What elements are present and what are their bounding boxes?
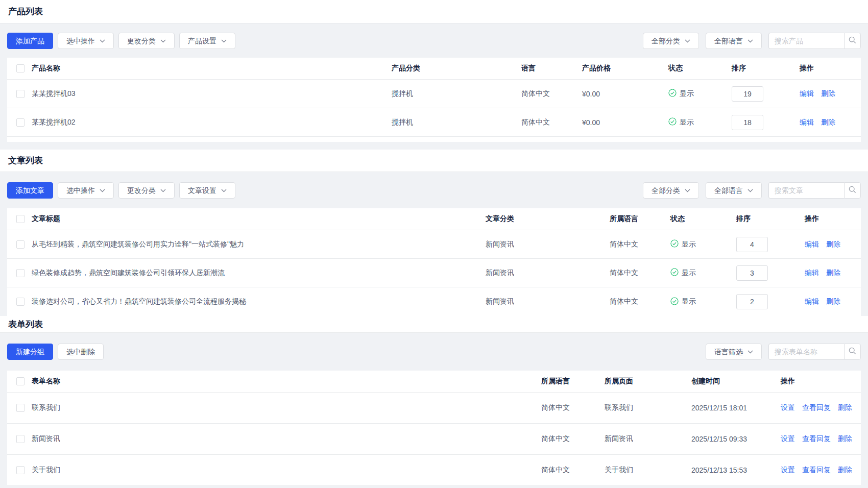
- check-circle-icon: [670, 239, 679, 249]
- row-checkbox[interactable]: [16, 118, 25, 127]
- chevron-down-icon: [160, 189, 166, 192]
- row-checkbox[interactable]: [16, 90, 25, 98]
- header-product-category: 产品分类: [392, 64, 521, 73]
- row-checkbox[interactable]: [16, 269, 25, 277]
- edit-link[interactable]: 编辑: [800, 118, 814, 126]
- new-group-button[interactable]: 新建分组: [7, 344, 53, 360]
- product-search-button[interactable]: [844, 33, 861, 49]
- select-all-checkbox[interactable]: [16, 215, 25, 223]
- form-name: 关于我们: [32, 466, 541, 475]
- product-filter-language-dropdown[interactable]: 全部语言: [706, 33, 762, 49]
- settings-link[interactable]: 设置: [781, 434, 795, 443]
- delete-link[interactable]: 删除: [821, 89, 835, 97]
- row-checkbox[interactable]: [16, 298, 25, 306]
- row-cell-checkbox: [7, 435, 32, 443]
- products-toolbar-left: 添加产品 选中操作 更改分类 产品设置: [7, 33, 235, 49]
- settings-link[interactable]: 设置: [781, 466, 795, 474]
- header-language: 语言: [521, 64, 582, 73]
- row-checkbox[interactable]: [16, 466, 25, 474]
- products-page-title: 产品列表: [8, 6, 43, 17]
- article-status: 显示: [670, 297, 736, 307]
- article-filter-language-dropdown[interactable]: 全部语言: [706, 182, 762, 199]
- form-page: 关于我们: [605, 466, 691, 475]
- article-search-input[interactable]: [768, 182, 844, 199]
- delete-link[interactable]: 删除: [826, 297, 840, 305]
- article-category: 新闻资讯: [486, 240, 610, 249]
- row-cell-checkbox: [7, 90, 32, 98]
- product-language: 简体中文: [521, 118, 582, 127]
- forms-table-header: 表单名称 所属语言 所属页面 创建时间 操作: [7, 371, 861, 393]
- status-badge: 显示: [680, 118, 694, 127]
- header-article-title: 文章标题: [32, 214, 486, 224]
- chevron-down-icon: [685, 189, 690, 192]
- article-change-category-dropdown[interactable]: 更改分类: [118, 182, 175, 199]
- articles-section: 文章列表 添加文章 选中操作 更改分类 文章设置 全部分类 全部语言: [0, 150, 868, 316]
- product-search-input[interactable]: [768, 33, 844, 49]
- row-checkbox[interactable]: [16, 435, 25, 443]
- articles-title-band: 文章列表: [0, 150, 868, 172]
- product-price: ¥0.00: [582, 90, 668, 98]
- article-search-button[interactable]: [844, 182, 861, 199]
- form-actions: 设置 查看回复 删除: [781, 403, 861, 412]
- row-checkbox[interactable]: [16, 404, 25, 412]
- forms-title-band: 表单列表: [0, 316, 868, 333]
- form-search-button[interactable]: [844, 344, 861, 360]
- row-cell-checkbox: [7, 466, 32, 474]
- article-language: 简体中文: [610, 240, 670, 249]
- article-bulk-actions-dropdown[interactable]: 选中操作: [58, 182, 114, 199]
- product-category: 搅拌机: [392, 89, 521, 99]
- form-actions: 设置 查看回复 删除: [781, 434, 861, 444]
- delete-selected-button[interactable]: 选中删除: [58, 344, 104, 360]
- articles-table: 文章标题 文章分类 所属语言 状态 排序 操作 从毛坯到精装，鼎筑空间建筑装修公…: [7, 208, 861, 316]
- article-settings-dropdown[interactable]: 文章设置: [179, 182, 235, 199]
- product-change-category-dropdown[interactable]: 更改分类: [118, 33, 175, 49]
- add-article-button[interactable]: 添加文章: [7, 182, 53, 199]
- sort-order-input[interactable]: [732, 115, 763, 130]
- row-cell-checkbox: [7, 404, 32, 412]
- view-replies-link[interactable]: 查看回复: [802, 403, 831, 411]
- form-search-input[interactable]: [768, 344, 844, 360]
- articles-table-header: 文章标题 文章分类 所属语言 状态 排序 操作: [7, 208, 861, 230]
- article-filter-category-dropdown[interactable]: 全部分类: [643, 182, 699, 199]
- table-row: 联系我们 简体中文 联系我们 2025/12/15 18:01 设置 查看回复 …: [7, 393, 861, 424]
- edit-link[interactable]: 编辑: [805, 269, 819, 277]
- delete-link[interactable]: 删除: [838, 403, 852, 411]
- article-filter-category-label: 全部分类: [652, 187, 680, 194]
- sort-order-input[interactable]: [736, 265, 768, 281]
- check-circle-icon: [670, 268, 679, 278]
- settings-link[interactable]: 设置: [781, 403, 795, 411]
- delete-link[interactable]: 删除: [838, 466, 852, 474]
- sort-order-input[interactable]: [736, 237, 768, 252]
- form-filter-language-dropdown[interactable]: 语言筛选: [706, 344, 762, 360]
- delete-link[interactable]: 删除: [821, 118, 835, 126]
- header-product-name: 产品名称: [32, 64, 392, 73]
- product-bulk-actions-dropdown[interactable]: 选中操作: [58, 33, 114, 49]
- product-filter-category-dropdown[interactable]: 全部分类: [643, 33, 699, 49]
- form-created-time: 2025/12/15 09:33: [691, 435, 781, 443]
- delete-link[interactable]: 删除: [826, 240, 840, 248]
- chevron-down-icon: [100, 189, 105, 192]
- select-all-checkbox[interactable]: [16, 377, 25, 385]
- header-created-time: 创建时间: [691, 377, 781, 386]
- article-title: 绿色装修成趋势，鼎筑空间建筑装修公司引领环保人居新潮流: [32, 269, 486, 278]
- delete-link[interactable]: 删除: [838, 434, 852, 443]
- header-price: 产品价格: [582, 64, 668, 73]
- select-all-checkbox[interactable]: [16, 64, 25, 72]
- add-product-button[interactable]: 添加产品: [7, 33, 53, 49]
- product-settings-dropdown[interactable]: 产品设置: [179, 33, 235, 49]
- article-actions: 编辑 删除: [805, 240, 861, 249]
- product-search: [768, 33, 861, 49]
- sort-order-input[interactable]: [732, 86, 763, 102]
- edit-link[interactable]: 编辑: [805, 240, 819, 248]
- sort-order-input[interactable]: [736, 294, 768, 309]
- row-checkbox[interactable]: [16, 240, 25, 249]
- view-replies-link[interactable]: 查看回复: [802, 434, 831, 443]
- article-title: 装修选对公司，省心又省力！鼎筑空间建筑装修公司全流程服务揭秘: [32, 297, 486, 306]
- table-row: 某某搅拌机02 搅拌机 简体中文 ¥0.00 显示 编辑 删除: [7, 108, 861, 137]
- edit-link[interactable]: 编辑: [805, 297, 819, 305]
- product-name: 某某搅拌机02: [32, 118, 392, 127]
- view-replies-link[interactable]: 查看回复: [802, 466, 831, 474]
- edit-link[interactable]: 编辑: [800, 89, 814, 97]
- table-row: 关于我们 简体中文 关于我们 2025/12/13 15:53 设置 查看回复 …: [7, 455, 861, 486]
- delete-link[interactable]: 删除: [826, 269, 840, 277]
